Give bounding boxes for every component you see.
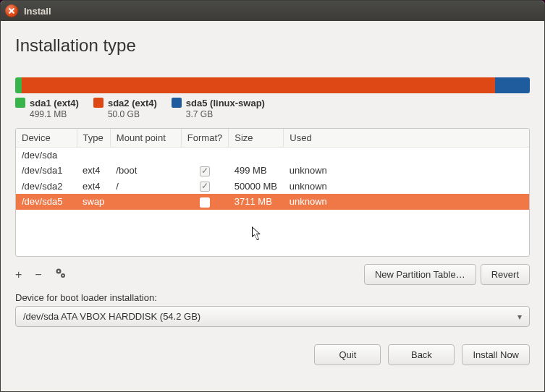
cell-format[interactable] [181, 194, 228, 210]
table-row[interactable]: /dev/sda1 ext4 /boot 499 MB unknown [16, 163, 529, 179]
table-row[interactable]: /dev/sda [16, 148, 529, 163]
cell-device: /dev/sda [16, 148, 77, 163]
bar-seg-sda1 [15, 77, 22, 93]
svg-point-3 [62, 275, 64, 276]
chevron-down-icon: ▾ [517, 312, 522, 322]
install-window: Install Installation type sda1 (ext4) 49… [0, 0, 545, 392]
col-device[interactable]: Device [16, 129, 77, 148]
swatch-icon [93, 98, 103, 108]
partition-table[interactable]: Device Type Mount point Format? Size Use… [15, 128, 530, 257]
footer-buttons: Quit Back Install Now [15, 344, 530, 365]
page-title: Installation type [15, 35, 530, 56]
cell-type [77, 148, 110, 163]
legend-size: 3.7 GB [186, 109, 265, 119]
cell-type: ext4 [77, 179, 110, 195]
col-size[interactable]: Size [229, 129, 284, 148]
partition-legend: sda1 (ext4) 499.1 MB sda2 (ext4) 50.0 GB… [15, 96, 530, 119]
cell-device: /dev/sda1 [16, 163, 77, 179]
partition-bar [15, 77, 530, 93]
bootloader-select[interactable]: /dev/sda ATA VBOX HARDDISK (54.2 GB) ▾ [15, 306, 530, 327]
cell-mount: /boot [110, 163, 181, 179]
cell-mount [110, 194, 181, 210]
cell-size [229, 148, 284, 163]
revert-button[interactable]: Revert [481, 264, 530, 285]
cell-used [284, 148, 529, 163]
cell-size: 3711 MB [229, 194, 284, 210]
swatch-icon [15, 98, 25, 108]
swatch-icon [172, 98, 182, 108]
quit-button[interactable]: Quit [314, 344, 381, 365]
legend-label: sda5 (linux-swap) [186, 98, 265, 108]
bar-seg-sda2 [22, 77, 495, 93]
cell-mount [110, 148, 181, 163]
cell-used: unknown [284, 194, 529, 210]
col-used[interactable]: Used [284, 129, 529, 148]
col-mount[interactable]: Mount point [110, 129, 181, 148]
table-row[interactable]: /dev/sda5 swap 3711 MB unknown [16, 194, 529, 210]
remove-partition-button[interactable]: − [35, 268, 41, 281]
checkbox-icon[interactable] [200, 182, 210, 192]
bar-seg-sda5 [495, 77, 530, 93]
cell-size: 50000 MB [229, 179, 284, 195]
cell-format [181, 148, 228, 163]
titlebar[interactable]: Install [1, 1, 544, 21]
bootloader-value: /dev/sda ATA VBOX HARDDISK (54.2 GB) [23, 311, 200, 322]
cell-mount: / [110, 179, 181, 195]
svg-point-1 [57, 270, 59, 273]
col-type[interactable]: Type [77, 129, 110, 148]
cell-type: ext4 [77, 163, 110, 179]
cell-device: /dev/sda5 [16, 194, 77, 210]
cell-type: swap [77, 194, 110, 210]
close-icon[interactable] [5, 4, 18, 17]
cell-used: unknown [284, 179, 529, 195]
legend-item-sda5: sda5 (linux-swap) 3.7 GB [172, 96, 265, 119]
cell-device: /dev/sda2 [16, 179, 77, 195]
checkbox-icon[interactable] [200, 166, 210, 176]
content: Installation type sda1 (ext4) 499.1 MB s… [1, 21, 544, 391]
change-partition-button[interactable] [55, 268, 67, 281]
checkbox-icon[interactable] [200, 197, 210, 208]
add-partition-button[interactable]: + [15, 268, 22, 281]
cell-format[interactable] [181, 163, 228, 179]
install-now-button[interactable]: Install Now [462, 344, 530, 365]
col-format[interactable]: Format? [181, 129, 228, 148]
back-button[interactable]: Back [388, 344, 455, 365]
window-title: Install [24, 6, 51, 17]
partition-toolbar: + − New Partition Table… Revert [15, 264, 530, 285]
legend-size: 50.0 GB [108, 109, 157, 119]
legend-label: sda2 (ext4) [108, 98, 157, 108]
legend-size: 499.1 MB [30, 109, 79, 119]
legend-item-sda2: sda2 (ext4) 50.0 GB [93, 96, 157, 119]
legend-label: sda1 (ext4) [30, 98, 79, 108]
gear-icon [55, 268, 67, 279]
new-partition-table-button[interactable]: New Partition Table… [364, 264, 476, 285]
bootloader-label: Device for boot loader installation: [15, 292, 530, 303]
cell-used: unknown [284, 163, 529, 179]
cell-format[interactable] [181, 179, 228, 195]
legend-item-sda1: sda1 (ext4) 499.1 MB [15, 96, 79, 119]
cell-size: 499 MB [229, 163, 284, 179]
table-row[interactable]: /dev/sda2 ext4 / 50000 MB unknown [16, 179, 529, 195]
table-header: Device Type Mount point Format? Size Use… [16, 129, 529, 148]
